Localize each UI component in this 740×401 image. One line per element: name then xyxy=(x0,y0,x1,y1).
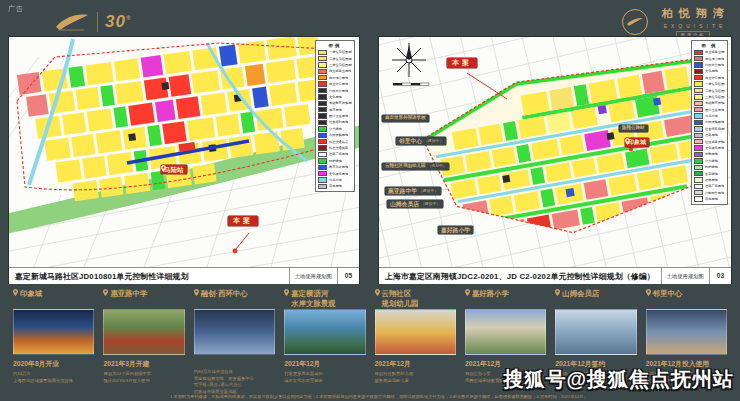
legend-label: 商业服务业用地 xyxy=(329,69,351,73)
legend-row: 农林用地 xyxy=(694,177,725,182)
disclaimer-text: 1.本资料为要约邀请，不构成要约或承诺，买卖双方权利义务以合同约定为准；2.本页… xyxy=(170,394,734,399)
legend-row: 轨道交通线路 xyxy=(318,145,352,150)
facility-card: 嘉定横沥河水岸文脉景观 2021年12月 打造贯穿嘉定新城的城市文化水岸景观带 xyxy=(284,289,365,396)
compass-rose-icon xyxy=(392,43,426,77)
facility-card: 融创·西环中心 约84万方城市综合体嘉定规划展示馆、政务服务中心写字楼+商业+酒… xyxy=(194,289,275,396)
pin-icon xyxy=(161,165,166,172)
sheet-number: 03 xyxy=(709,268,731,284)
bird-icon xyxy=(627,17,643,27)
legend-row: 文化娱乐用地 xyxy=(318,171,352,176)
card-title-text: 嘉好路小学 xyxy=(472,289,509,309)
right-map-drawing xyxy=(379,37,731,267)
right-map-area: 图 例 商业服务业用地商住混合用地行政办公用地文化用地商业中心用地一类住宅组团用… xyxy=(379,37,731,267)
legend-row: 行政办公用地 xyxy=(318,88,352,93)
legend-title: 图例 xyxy=(318,43,352,48)
card-title: 惠亚路中学 xyxy=(103,289,184,309)
legend-row: 道路广场用地 xyxy=(694,184,725,189)
legend-swatch xyxy=(694,152,703,157)
legend-row: 其他用地 xyxy=(318,184,352,189)
sheet-number: 05 xyxy=(337,268,359,284)
legend-swatch xyxy=(694,56,703,61)
brand-divider xyxy=(97,12,98,32)
legend-row: 社区服务设施用地 xyxy=(694,139,725,144)
legend-label: 宗教用地 xyxy=(705,152,718,156)
legend-swatch xyxy=(694,190,703,195)
site-label: 本案 xyxy=(447,58,477,68)
legend-row: 控制预留用地 xyxy=(694,190,725,195)
brand-ring-icon xyxy=(622,9,648,35)
brand-logo-right: 柏悦翔湾 EXQUISITE 敬请品鉴 xyxy=(622,6,730,38)
thumbnail-photo xyxy=(465,309,546,355)
pin-icon xyxy=(375,289,380,296)
legend-swatch xyxy=(694,139,703,144)
brand-subtitle: EXQUISITE xyxy=(660,23,727,29)
legend-label: 轨道交通站点 xyxy=(329,140,348,144)
legend-swatch xyxy=(318,81,327,86)
legend-label: 河流水域 xyxy=(329,178,342,182)
right-map-legend: 图 例 商业服务业用地商住混合用地行政办公用地文化用地商业中心用地一类住宅组团用… xyxy=(691,40,728,205)
legend-swatch xyxy=(318,139,327,144)
thumbnail-photo xyxy=(13,309,94,355)
legend-label: 道路广场用地 xyxy=(329,152,348,156)
legend-label: 公共绿地 xyxy=(329,127,342,131)
legend-swatch xyxy=(318,177,327,182)
legend-label: 防护绿地 xyxy=(705,165,718,169)
legend-swatch xyxy=(694,69,703,74)
anniversary-30: 30® xyxy=(105,12,131,32)
legend-row: 商业中心用地 xyxy=(694,75,725,80)
legend-swatch xyxy=(694,62,703,67)
legend-swatch xyxy=(694,75,703,80)
left-map-drawing xyxy=(9,37,359,267)
legend-swatch xyxy=(318,184,327,189)
legend-row: 医疗卫生用地 xyxy=(318,113,352,118)
mall-label: 印象城 xyxy=(625,138,649,147)
card-title: 云翔社区规划幼儿园 xyxy=(375,289,456,309)
right-map-caption: 上海市嘉定区南翔镇JDC2-0201、JD C2-0202单元控制性详细规划（修… xyxy=(379,268,661,284)
legend-swatch xyxy=(694,158,703,163)
card-title: 邻里中心 xyxy=(646,289,727,309)
sheet-type-label: 土地使用规划图 xyxy=(661,268,709,284)
legend-swatch xyxy=(318,69,327,74)
facility-card: 印象城 2020年8月开业 约34万方上海西北区域重量级商业综合体 xyxy=(13,289,94,396)
facility-card: 云翔社区规划幼儿园 2021年12月 规划社区配套幼儿园服务周边适龄儿童 xyxy=(375,289,456,396)
legend-label: 行政办公用地 xyxy=(705,63,724,67)
legend-label: 一类住宅组团用地 xyxy=(705,82,725,86)
card-title-text: 融创·西环中心 xyxy=(201,289,248,309)
card-description: 规划为54个班的初级中学预计2023年9月投入使用 xyxy=(103,371,184,384)
legend-swatch xyxy=(694,113,703,118)
legend-swatch xyxy=(694,177,703,182)
legend-swatch xyxy=(694,81,703,86)
legend-row: 轨道交通站点 xyxy=(318,139,352,144)
pin-icon xyxy=(194,289,199,296)
legend-swatch xyxy=(318,113,327,118)
thumbnail-photo xyxy=(555,309,636,355)
legend-label: 商住混合用地 xyxy=(705,57,724,61)
legend-label: 市政设施用地 xyxy=(705,120,724,124)
legend-row: 市政设施用地 xyxy=(694,120,725,125)
card-title-text: 印象城 xyxy=(20,289,42,309)
card-date: 2021年12月 xyxy=(375,359,456,369)
legend-swatch xyxy=(694,126,703,131)
card-description: 打造贯穿嘉定新城的城市文化水岸景观带 xyxy=(284,371,365,384)
swoosh-icon xyxy=(54,11,90,33)
legend-label: 教育科研用地 xyxy=(329,165,348,169)
legend-swatch xyxy=(694,88,703,93)
legend-label: 一类住宅组团用地 xyxy=(329,50,352,54)
legend-swatch xyxy=(318,62,327,67)
legend-label: 商业中心用地 xyxy=(329,82,348,86)
legend-swatch xyxy=(694,145,703,150)
card-date: 2021年12月 xyxy=(284,359,365,369)
legend-row: 教育科研用地 xyxy=(318,165,352,170)
primary-school-label: 嘉好路小学 xyxy=(438,226,473,234)
pin-icon xyxy=(103,289,108,296)
legend-row: 三类住宅组团用地 xyxy=(694,94,725,99)
legend-row: 道路广场用地 xyxy=(318,152,352,157)
left-map-area: 图例 一类住宅组团用地二类住宅组团用地三类住宅组团用地商业服务业用地商办混合用地… xyxy=(9,37,359,267)
legend-swatch xyxy=(694,120,703,125)
legend-swatch xyxy=(318,165,327,170)
legend-label: 农林用地 xyxy=(705,178,718,182)
left-map-legend: 图例 一类住宅组团用地二类住宅组团用地三类住宅组团用地商业服务业用地商办混合用地… xyxy=(315,40,355,192)
kindergarten-label: 云翔社区规划幼儿园（规划中） xyxy=(382,163,449,170)
pin-icon xyxy=(646,289,651,296)
pin-icon xyxy=(625,138,630,145)
